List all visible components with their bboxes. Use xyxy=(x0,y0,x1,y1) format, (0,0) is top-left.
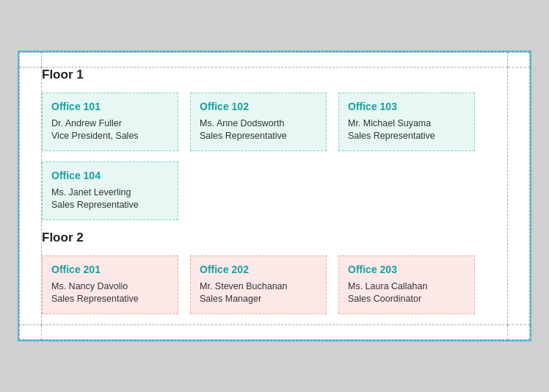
floor-label-floor1: Floor 1 xyxy=(42,68,507,82)
office-title: Sales Representative xyxy=(200,131,317,141)
office-title: Sales Manager xyxy=(200,294,317,304)
bottom-center xyxy=(42,325,508,340)
office-row-floor1-1: Office 104Ms. Janet LeverlingSales Repre… xyxy=(42,161,507,220)
side-left xyxy=(20,68,42,325)
office-name: Office 104 xyxy=(51,170,169,181)
office-title: Vice President, Sales xyxy=(51,131,169,141)
office-row-floor1-0: Office 101Dr. Andrew FullerVice Presiden… xyxy=(42,92,507,151)
floor-label-floor2: Floor 2 xyxy=(42,231,507,245)
office-title: Sales Coordinator xyxy=(348,294,465,304)
office-person: Ms. Anne Dodsworth xyxy=(200,118,317,128)
office-card-office-102: Office 102Ms. Anne DodsworthSales Repres… xyxy=(190,92,327,151)
corner-tl xyxy=(20,53,42,68)
side-right xyxy=(508,68,530,325)
office-name: Office 103 xyxy=(348,101,465,112)
office-title: Sales Representative xyxy=(51,200,169,210)
floors-container: Floor 1Office 101Dr. Andrew FullerVice P… xyxy=(42,68,507,314)
floor-section-floor1: Floor 1Office 101Dr. Andrew FullerVice P… xyxy=(42,68,507,220)
office-row-floor2-0: Office 201Ms. Nancy DavolioSales Represe… xyxy=(42,255,507,314)
office-card-office-101: Office 101Dr. Andrew FullerVice Presiden… xyxy=(42,92,178,151)
floor-section-floor2: Floor 2Office 201Ms. Nancy DavolioSales … xyxy=(42,231,507,314)
corner-bl xyxy=(20,325,42,340)
corner-tr xyxy=(508,53,530,68)
office-card-office-201: Office 201Ms. Nancy DavolioSales Represe… xyxy=(42,255,178,314)
office-name: Office 202 xyxy=(200,264,317,275)
corner-br xyxy=(508,325,530,340)
office-name: Office 101 xyxy=(51,101,169,112)
office-person: Ms. Nancy Davolio xyxy=(51,281,169,291)
office-card-office-202: Office 202Mr. Steven BuchananSales Manag… xyxy=(190,255,327,314)
office-person: Mr. Michael Suyama xyxy=(348,118,465,128)
office-person: Ms. Laura Callahan xyxy=(348,281,465,291)
office-card-office-103: Office 103Mr. Michael SuyamaSales Repres… xyxy=(338,92,475,151)
main-content: Floor 1Office 101Dr. Andrew FullerVice P… xyxy=(42,68,508,325)
office-person: Ms. Janet Leverling xyxy=(51,187,169,197)
top-center xyxy=(42,53,508,68)
office-person: Dr. Andrew Fuller xyxy=(51,118,169,128)
office-title: Sales Representative xyxy=(348,131,465,141)
main-container: Floor 1Office 101Dr. Andrew FullerVice P… xyxy=(18,51,531,341)
office-card-office-203: Office 203Ms. Laura CallahanSales Coordi… xyxy=(338,255,475,314)
office-name: Office 203 xyxy=(348,264,465,275)
office-name: Office 102 xyxy=(200,101,317,112)
office-person: Mr. Steven Buchanan xyxy=(200,281,317,291)
office-card-office-104: Office 104Ms. Janet LeverlingSales Repre… xyxy=(42,161,178,220)
office-title: Sales Representative xyxy=(51,294,169,304)
office-name: Office 201 xyxy=(51,264,169,275)
